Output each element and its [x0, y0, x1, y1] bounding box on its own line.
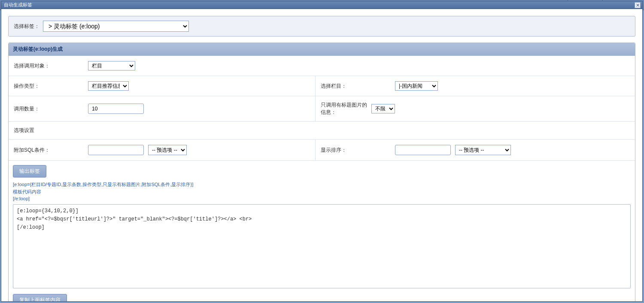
help-line-3: [/e:loop] [13, 195, 631, 202]
count-input[interactable] [88, 104, 144, 114]
optype-label: 操作类型： [13, 83, 84, 90]
dialog-window: 自动生成标签 ✕ 选择标签： > 灵动标签 (e:loop) 灵动标签(e:lo… [1, 1, 643, 302]
column-select[interactable]: |-国内新闻 [395, 81, 438, 91]
dialog-content: 选择标签： > 灵动标签 (e:loop) 灵动标签(e:loop)生成 选择调… [1, 9, 642, 301]
copy-button[interactable]: 复制上面标签内容 [13, 294, 67, 302]
sql-label: 附加SQL条件： [13, 147, 84, 154]
help-line-1: [e:loop={栏目ID/专题ID,显示条数,操作类型,只显示有标题图片,附加… [13, 181, 631, 188]
output-button[interactable]: 输出标签 [13, 165, 46, 178]
help-line-2: 模板代码内容 [13, 188, 631, 196]
tag-select[interactable]: > 灵动标签 (e:loop) [43, 21, 189, 32]
order-preselect[interactable]: -- 预选项 -- [455, 145, 511, 155]
onlypic-select[interactable]: 不限 [371, 104, 395, 113]
tag-selector-label: 选择标签： [14, 23, 39, 30]
sql-preselect[interactable]: -- 预选项 -- [148, 145, 187, 155]
optype-select[interactable]: 栏目推荐信息 [88, 81, 129, 91]
options-header: 选项设置 [13, 127, 84, 134]
dialog-title: 自动生成标签 [4, 2, 32, 8]
dialog-titlebar: 自动生成标签 ✕ [1, 1, 642, 9]
target-label: 选择调用对象： [13, 62, 84, 70]
order-label: 显示排序： [320, 147, 391, 154]
count-label: 调用数量： [13, 105, 84, 113]
column-label: 选择栏目： [320, 83, 391, 90]
section-header: 灵动标签(e:loop)生成 [9, 43, 635, 56]
target-select[interactable]: 栏目 [88, 61, 135, 70]
code-output[interactable] [13, 204, 631, 288]
sql-input[interactable] [88, 145, 144, 155]
generator-section: 灵动标签(e:loop)生成 选择调用对象： 栏目 操作类型： 栏目推荐信息 [8, 43, 635, 301]
close-icon[interactable]: ✕ [635, 2, 641, 8]
order-input[interactable] [395, 145, 451, 155]
output-block: 输出标签 [e:loop={栏目ID/专题ID,显示条数,操作类型,只显示有标题… [9, 161, 635, 301]
onlypic-label: 只调用有标题图片的信息： [320, 101, 367, 116]
tag-selector-panel: 选择标签： > 灵动标签 (e:loop) [8, 16, 635, 37]
help-text: [e:loop={栏目ID/专题ID,显示条数,操作类型,只显示有标题图片,附加… [13, 181, 631, 202]
